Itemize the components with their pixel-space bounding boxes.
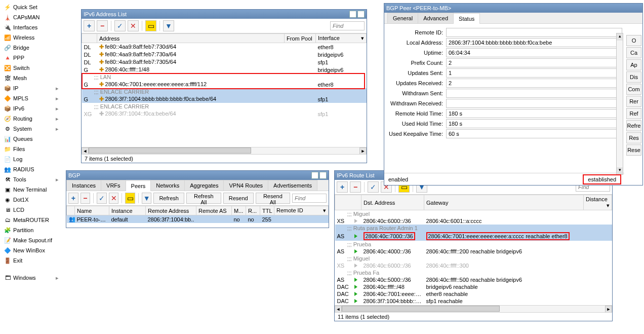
table-row[interactable]: XG ✚ 2806:3f7:1004::f0ca:bebe/64 sfp1	[82, 110, 367, 118]
tab-peers[interactable]: Peers	[126, 180, 151, 191]
table-comment-row[interactable]: ;;; Prueba Fa	[335, 269, 612, 276]
sidebar-item-mesh[interactable]: 🕸 Mesh	[2, 73, 61, 83]
tab-vrfs[interactable]: VRFs	[101, 180, 126, 191]
dialog-button-res[interactable]: Res	[626, 132, 641, 143]
sidebar-item-make-supout-rif[interactable]: 📝 Make Supout.rif	[2, 235, 61, 245]
sidebar-item-log[interactable]: 📄 Log	[2, 154, 61, 164]
resend-button[interactable]: Resend	[223, 193, 254, 204]
dialog-button-o[interactable]: O	[626, 35, 641, 46]
tab-networks[interactable]: Networks	[150, 180, 185, 191]
dialog-button-ca[interactable]: Ca	[626, 47, 641, 58]
sidebar-item-wireless[interactable]: 📶 Wireless	[2, 32, 61, 43]
minimize-icon[interactable]: ▁	[311, 172, 318, 179]
table-row[interactable]: G ✚ 2806:40c:7001:eeee:eeee:eeee:a:ffff/…	[82, 81, 367, 88]
table-row[interactable]: AS2806:40c:4000::/362806:40c:ffff::200 r…	[335, 248, 612, 255]
sidebar-item-bridge[interactable]: 🔗 Bridge	[2, 43, 61, 53]
table-row[interactable]: DL ✚ fe80::4aa9:8aff:feb7:730a/64 bridge…	[82, 51, 367, 58]
refresh-all-button[interactable]: Refresh All	[186, 193, 221, 204]
sidebar-item-queues[interactable]: 📊 Queues	[2, 134, 61, 144]
tab-vpn4-routes[interactable]: VPN4 Routes	[223, 180, 268, 191]
col-flags[interactable]	[82, 34, 97, 43]
col-r[interactable]: R...	[246, 206, 260, 215]
col-ttl[interactable]: TTL	[260, 206, 274, 215]
field-value[interactable]	[446, 38, 622, 47]
sidebar-item-new-winbox[interactable]: 🔷 New WinBox	[2, 245, 61, 255]
resend-all-button[interactable]: Resend All	[256, 193, 290, 204]
table-row[interactable]: G ✚ 2806:40c:ffff::1/48 bridgeipv6	[82, 66, 367, 73]
table-comment-row[interactable]: ;;; ENLACE CARRIER	[82, 88, 367, 95]
table-comment-row[interactable]: ;;; Miguel	[335, 210, 612, 218]
col-distance[interactable]: Distance ▾	[584, 195, 612, 210]
field-value[interactable]	[446, 109, 622, 118]
field-value[interactable]	[446, 68, 622, 78]
dialog-button-com[interactable]: Com	[626, 84, 641, 95]
table-row[interactable]: G ✚ 2806:3f7:1004:bbbb:bbbb:bbbb:f0ca:be…	[82, 95, 367, 103]
comment-icon[interactable]: ▭	[125, 193, 135, 204]
hscrollbar[interactable]: ◄►	[82, 147, 367, 154]
table-row[interactable]: DAC2806:40c:ffff::/48bridgeipv6 reachabl…	[335, 283, 612, 290]
sidebar-item-capsman[interactable]: 🗼 CAPsMAN	[2, 12, 61, 22]
table-comment-row[interactable]: ;;; ENLACE CARRIER	[82, 103, 367, 110]
dialog-button-ap[interactable]: Ap	[626, 59, 641, 70]
col-gw[interactable]: Gateway	[424, 195, 584, 210]
table-row[interactable]: DAC2806:3f7:1004:bbbb::/64sfp1 reachable	[335, 298, 612, 305]
sidebar-item-windows[interactable]: 🗔 Windows ▸	[2, 273, 61, 283]
dialog-button-rer[interactable]: Rer	[626, 96, 641, 107]
col-pool[interactable]: From Pool	[285, 34, 316, 43]
table-comment-row[interactable]: ;;; Ruta para Router Admin 1	[335, 225, 612, 232]
add-icon[interactable]: +	[337, 181, 348, 193]
col-instance[interactable]: Instance	[109, 206, 146, 215]
scroll-up-icon[interactable]: ▴	[617, 33, 623, 41]
close-icon[interactable]: ✕	[357, 11, 365, 18]
sidebar-item-system[interactable]: ⚙ System ▸	[2, 124, 61, 134]
enable-icon[interactable]: ✓	[114, 20, 126, 31]
enable-icon[interactable]: ✓	[97, 193, 107, 204]
col-dst[interactable]: Dst. Address	[361, 195, 424, 210]
close-icon[interactable]: ✕	[319, 172, 327, 179]
sidebar-item-new-terminal[interactable]: ▣ New Terminal	[2, 184, 61, 195]
table-comment-row[interactable]: ;;; LAN	[82, 73, 367, 81]
field-value[interactable]	[446, 119, 622, 128]
table-row[interactable]: DL ✚ fe80::4aa9:8aff:feb7:730d/64 ether8	[82, 43, 367, 51]
col-flags[interactable]	[335, 195, 361, 210]
col-address[interactable]: Address	[97, 34, 285, 43]
field-value[interactable]	[446, 89, 622, 98]
window-titlebar[interactable]: BGP ▁ ✕	[66, 171, 329, 180]
table-comment-row[interactable]: ;;; Prueba	[335, 241, 612, 248]
col-rid[interactable]: Remote ID ▾	[274, 206, 329, 215]
field-value[interactable]	[446, 48, 622, 57]
field-value[interactable]	[446, 28, 622, 37]
find-input[interactable]	[292, 194, 327, 203]
sidebar-item-exit[interactable]: 🚪 Exit	[2, 255, 61, 266]
table-row[interactable]: AS2806:40c:5000::/362806:40c:ffff::500 r…	[335, 276, 612, 283]
tab-aggregates[interactable]: Aggregates	[184, 180, 224, 191]
sidebar-item-ppp[interactable]: 🔺 PPP	[2, 53, 61, 63]
filter-icon[interactable]: ▼	[163, 20, 174, 31]
col-remote-addr[interactable]: Remote Address	[146, 206, 196, 215]
sidebar-item-metarouter[interactable]: 🗂 MetaROUTER	[2, 215, 61, 225]
sidebar-item-lcd[interactable]: 🖥 LCD	[2, 205, 61, 215]
sidebar-item-dot1x[interactable]: ◉ Dot1X	[2, 195, 61, 205]
tab-instances[interactable]: Instances	[66, 180, 101, 191]
table-comment-row[interactable]: ;;; Miguel	[335, 255, 612, 262]
remove-icon[interactable]: −	[97, 20, 108, 31]
disable-icon[interactable]: ✕	[109, 193, 119, 204]
tab-advertisements[interactable]: Advertisements	[268, 180, 317, 191]
find-input[interactable]	[330, 21, 365, 30]
col-remote-as[interactable]: Remote AS	[196, 206, 232, 215]
table-row[interactable]: XS2806:40c:6000::/362806:40c:6001::a:ccc…	[335, 217, 612, 225]
field-value[interactable]	[446, 79, 622, 88]
window-titlebar[interactable]: IPv6 Address List ▁ ✕	[82, 10, 367, 19]
window-titlebar[interactable]: BGP Peer <PEER-to-MB>	[384, 4, 642, 13]
sidebar-item-radius[interactable]: 👥 RADIUS	[2, 164, 61, 174]
dialog-button-dis[interactable]: Dis	[626, 71, 641, 83]
refresh-button[interactable]: Refresh	[153, 193, 184, 204]
remove-icon[interactable]: −	[80, 193, 91, 204]
enable-icon[interactable]: ✓	[368, 181, 379, 193]
field-value[interactable]	[446, 129, 622, 138]
sidebar-item-tools[interactable]: 🛠 Tools ▸	[2, 174, 61, 184]
sidebar-item-partition[interactable]: 🧩 Partition	[2, 225, 61, 235]
hscrollbar[interactable]: ◄►	[335, 305, 612, 312]
sidebar-item-interfaces[interactable]: 🔌 Interfaces	[2, 22, 61, 32]
add-icon[interactable]: +	[68, 193, 78, 204]
